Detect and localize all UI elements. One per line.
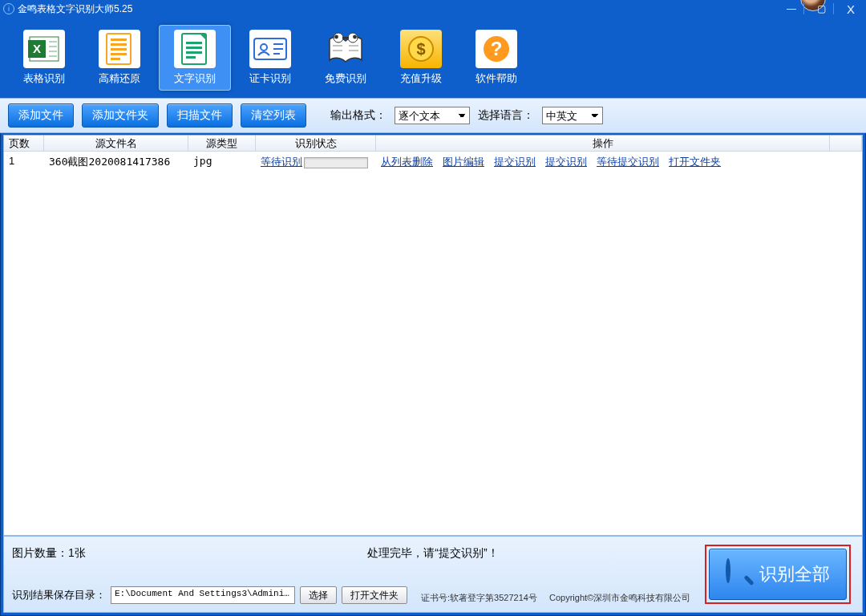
clear-list-button[interactable]: 清空列表: [241, 103, 306, 128]
svg-rect-10: [111, 48, 127, 51]
add-folder-button[interactable]: 添加文件夹: [82, 103, 159, 128]
recognize-all-label: 识别全部: [759, 562, 830, 586]
svg-rect-11: [111, 53, 127, 55]
ribbon-item-id-card[interactable]: 证卡识别: [234, 25, 306, 91]
excel-icon: X: [23, 30, 65, 68]
op-remove[interactable]: 从列表删除: [381, 155, 433, 169]
help-icon: ?: [475, 30, 517, 68]
window-controls: — ▢ X: [775, 2, 863, 16]
op-wait-submit[interactable]: 等待提交识别: [597, 155, 659, 169]
op-edit-image[interactable]: 图片编辑: [443, 155, 484, 169]
language-label: 选择语言：: [478, 108, 534, 123]
cell-state: 等待识别: [256, 155, 376, 169]
col-source[interactable]: 源文件名: [44, 136, 188, 151]
recognize-all-highlight: 识别全部: [705, 545, 851, 604]
table-row[interactable]: 1 360截图2020081417386 jpg 等待识别 从列表删除 图片编辑…: [4, 152, 862, 172]
svg-rect-28: [342, 37, 349, 39]
svg-rect-17: [186, 51, 202, 54]
save-dir-input[interactable]: E:\Document And Settings3\Administ: [111, 586, 295, 604]
maximize-button[interactable]: ▢: [809, 2, 833, 16]
svg-text:?: ?: [491, 38, 503, 59]
document-lines-icon: [99, 30, 140, 68]
magnifier-icon: [726, 561, 753, 588]
ribbon-label: 充值升级: [385, 71, 457, 86]
ribbon-item-table-ocr[interactable]: X 表格识别: [8, 25, 80, 91]
cert-number: 证书号:软著登字第3527214号: [421, 592, 537, 604]
cell-source: 360截图2020081417386: [44, 155, 188, 169]
recognize-all-button[interactable]: 识别全部: [709, 549, 847, 600]
col-tail: [830, 136, 862, 151]
image-count: 图片数量：1张: [12, 546, 86, 561]
ribbon-label: 文字识别: [159, 71, 231, 86]
output-format-select[interactable]: 逐个文本: [395, 107, 470, 124]
ribbon-item-help[interactable]: ? 软件帮助: [460, 25, 532, 91]
ribbon-item-text-ocr[interactable]: 文字识别: [159, 25, 231, 91]
svg-rect-16: [186, 47, 202, 49]
svg-rect-18: [186, 56, 196, 59]
svg-text:$: $: [416, 40, 425, 58]
op-submit-1[interactable]: 提交识别: [494, 155, 536, 169]
output-format-label: 输出格式：: [330, 108, 386, 123]
ribbon-label: 软件帮助: [460, 71, 532, 86]
open-folder-button[interactable]: 打开文件夹: [342, 586, 407, 604]
op-submit-2[interactable]: 提交识别: [545, 155, 587, 169]
ribbon-item-recharge[interactable]: $ 充值升级: [385, 25, 457, 91]
progress-bar: [304, 157, 368, 168]
svg-rect-8: [111, 38, 127, 41]
ribbon: X 表格识别 高精还原 文字识别 证卡识别: [0, 18, 866, 98]
col-state[interactable]: 识别状态: [256, 136, 376, 151]
action-bar: 添加文件 添加文件夹 扫描文件 清空列表 输出格式： 逐个文本 选择语言： 中英…: [0, 98, 866, 133]
close-button[interactable]: X: [839, 2, 863, 16]
col-type[interactable]: 源类型: [188, 136, 256, 151]
copyright: Copyright©深圳市金鸣科技有限公司: [549, 592, 690, 604]
svg-rect-15: [186, 42, 202, 44]
col-page[interactable]: 页数: [4, 136, 44, 151]
svg-rect-12: [111, 58, 120, 60]
ribbon-label: 免费识别: [310, 71, 382, 86]
state-link[interactable]: 等待识别: [261, 156, 302, 168]
svg-point-25: [334, 35, 338, 39]
coin-icon: $: [400, 30, 442, 68]
app-icon: i: [3, 3, 14, 14]
choose-dir-button[interactable]: 选择: [300, 586, 337, 604]
col-ops[interactable]: 操作: [376, 136, 830, 151]
open-book-icon: [325, 30, 366, 68]
add-file-button[interactable]: 添加文件: [8, 103, 74, 128]
scan-file-button[interactable]: 扫描文件: [167, 103, 233, 128]
cell-type: jpg: [188, 155, 256, 169]
svg-rect-9: [111, 43, 127, 46]
ribbon-item-high-precision[interactable]: 高精还原: [83, 25, 156, 91]
cell-page: 1: [4, 155, 44, 169]
op-open-folder[interactable]: 打开文件夹: [669, 155, 721, 169]
minimize-button[interactable]: —: [779, 2, 803, 16]
id-card-icon: [249, 30, 291, 68]
ribbon-label: 高精还原: [83, 71, 156, 86]
svg-text:X: X: [33, 42, 41, 55]
save-dir-label: 识别结果保存目录：: [12, 588, 106, 602]
svg-point-27: [353, 35, 357, 39]
ribbon-label: 表格识别: [8, 71, 80, 86]
status-hint: 处理完毕，请“提交识别”！: [367, 546, 498, 561]
text-doc-icon: [174, 30, 216, 68]
ribbon-item-free[interactable]: 免费识别: [310, 25, 382, 91]
window-title: 金鸣表格文字识别大师5.25: [18, 2, 132, 16]
ribbon-label: 证卡识别: [234, 71, 306, 86]
file-list: 页数 源文件名 源类型 识别状态 操作 1 360截图2020081417386…: [3, 135, 863, 536]
language-select[interactable]: 中英文: [542, 107, 603, 124]
list-header: 页数 源文件名 源类型 识别状态 操作: [4, 136, 862, 152]
bottom-panel: 图片数量：1张 处理完毕，请“提交识别”！ 识别结果保存目录： E:\Docum…: [3, 536, 863, 613]
